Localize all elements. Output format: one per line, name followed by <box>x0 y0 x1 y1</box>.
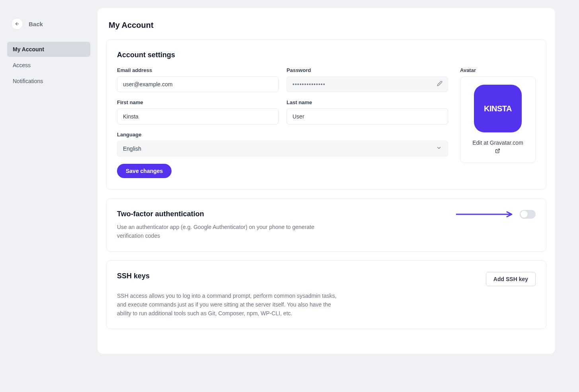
field-language: Language <box>117 132 448 157</box>
password-input <box>287 76 448 92</box>
external-link-icon <box>495 148 500 155</box>
sidebar-item-notifications[interactable]: Notifications <box>7 74 90 89</box>
last-name-input[interactable] <box>287 109 448 124</box>
sidebar-item-access[interactable]: Access <box>7 58 90 73</box>
email-input[interactable] <box>117 76 279 92</box>
gravatar-link-text: Edit at Gravatar.com <box>472 140 523 146</box>
twofa-description: Use an authenticator app (e.g. Google Au… <box>117 223 332 240</box>
sidebar: Back My Account Access Notifications <box>0 8 97 89</box>
add-ssh-key-button[interactable]: Add SSH key <box>486 272 536 286</box>
ssh-card: SSH keys Add SSH key SSH access allows y… <box>106 260 546 329</box>
sidebar-item-my-account[interactable]: My Account <box>7 42 90 57</box>
toggle-knob <box>521 211 528 218</box>
field-password: Password <box>287 67 448 92</box>
save-button[interactable]: Save changes <box>117 164 172 178</box>
sidebar-item-label: Notifications <box>13 78 43 84</box>
page-title: My Account <box>97 21 555 39</box>
email-label: Email address <box>117 67 279 73</box>
language-select[interactable] <box>117 141 448 157</box>
arrow-right-indicator-icon <box>455 211 515 217</box>
edit-icon[interactable] <box>437 81 443 88</box>
password-label: Password <box>287 67 448 73</box>
arrow-left-icon <box>11 18 23 30</box>
account-settings-card: Account settings Email address Password <box>106 39 546 190</box>
card-title: Account settings <box>117 51 536 59</box>
sidebar-item-label: My Account <box>13 46 44 52</box>
language-label: Language <box>117 132 448 138</box>
avatar: KINSTA <box>474 85 522 132</box>
ssh-title: SSH keys <box>117 272 150 280</box>
ssh-description: SSH access allows you to log into a comm… <box>117 292 340 318</box>
avatar-label: Avatar <box>460 67 536 73</box>
first-name-label: First name <box>117 99 279 105</box>
first-name-input[interactable] <box>117 109 279 124</box>
field-last-name: Last name <box>287 99 448 124</box>
twofa-card: Two-factor authentication Use an authent… <box>106 198 546 252</box>
twofa-title: Two-factor authentication <box>117 210 332 218</box>
avatar-text: KINSTA <box>484 104 512 113</box>
field-first-name: First name <box>117 99 279 124</box>
main-panel: My Account Account settings Email addres… <box>97 8 555 354</box>
field-email: Email address <box>117 67 279 92</box>
svg-line-1 <box>497 149 500 151</box>
sidebar-item-label: Access <box>13 62 31 68</box>
last-name-label: Last name <box>287 99 448 105</box>
back-label: Back <box>29 21 43 27</box>
back-button[interactable]: Back <box>11 18 90 30</box>
avatar-box: KINSTA Edit at Gravatar.com <box>460 76 536 163</box>
twofa-toggle[interactable] <box>520 210 536 219</box>
gravatar-link[interactable]: Edit at Gravatar.com <box>472 140 523 155</box>
